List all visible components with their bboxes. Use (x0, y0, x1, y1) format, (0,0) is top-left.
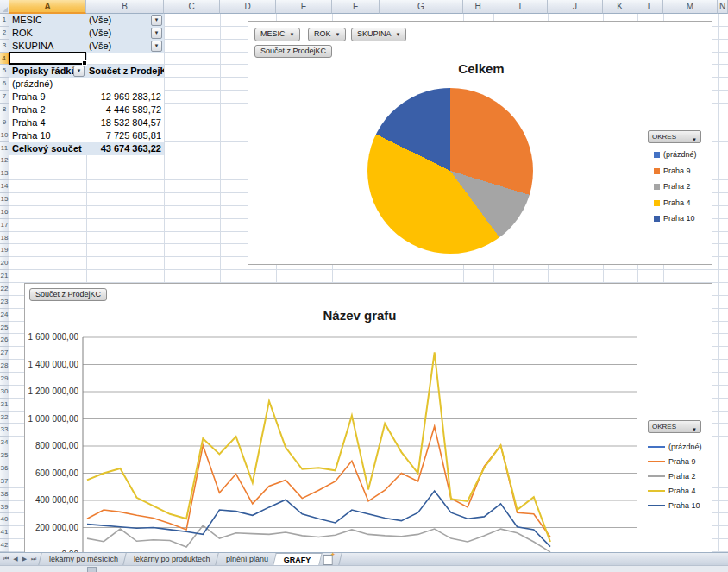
row-header-23[interactable]: 23 (0, 296, 9, 309)
pivot-row-label[interactable]: (prázdné) (9, 78, 86, 91)
row-header-16[interactable]: 16 (0, 206, 9, 219)
column-header-F[interactable]: F (332, 0, 380, 14)
row-header-21[interactable]: 21 (0, 270, 9, 283)
pie-chart-object[interactable]: Součet z ProdejKC Celkem OKRES▼ MESIC▼RO… (248, 21, 712, 265)
pivot-total-value[interactable]: 43 674 363,22 (86, 142, 164, 155)
pie[interactable] (367, 88, 533, 254)
row-header-27[interactable]: 27 (0, 347, 9, 360)
row-header-24[interactable]: 24 (0, 309, 9, 322)
row-header-32[interactable]: 32 (0, 412, 9, 424)
row-header-15[interactable]: 15 (0, 193, 9, 206)
row-header-33[interactable]: 33 (0, 424, 9, 437)
legend-field-button[interactable]: OKRES▼ (648, 130, 701, 143)
column-header-L[interactable]: L (637, 0, 663, 14)
pivot-row-label[interactable]: Praha 2 (9, 104, 86, 116)
row-header-20[interactable]: 20 (0, 257, 9, 270)
pivot-filter-label[interactable]: ROK (9, 27, 86, 40)
row-header-19[interactable]: 19 (0, 244, 9, 257)
row-header-2[interactable]: 2 (0, 27, 9, 40)
row-header-30[interactable]: 30 (0, 386, 9, 399)
series-Praha 4[interactable] (87, 352, 550, 542)
row-header-31[interactable]: 31 (0, 399, 9, 412)
column-header-H[interactable]: H (463, 0, 493, 14)
row-header-38[interactable]: 38 (0, 488, 9, 501)
pivotchart-filter-button[interactable]: ROK▼ (308, 28, 346, 41)
column-header-J[interactable]: J (548, 0, 603, 14)
row-header-40[interactable]: 40 (0, 513, 9, 526)
row-header-6[interactable]: 6 (0, 78, 9, 91)
column-header-C[interactable]: C (164, 0, 220, 14)
column-header-D[interactable]: D (220, 0, 276, 14)
selected-cell[interactable] (9, 52, 86, 66)
pivot-filter-label[interactable]: SKUPINA (9, 40, 86, 53)
row-header-11[interactable]: 11 (0, 142, 9, 155)
column-header-K[interactable]: K (603, 0, 637, 14)
row-header-41[interactable]: 41 (0, 526, 9, 539)
row-header-37[interactable]: 37 (0, 475, 9, 488)
sheet-tab-plnění-plánu[interactable]: plnění plánu (215, 553, 279, 565)
row-header-26[interactable]: 26 (0, 334, 9, 347)
pivot-row-value[interactable]: 4 446 589,72 (86, 104, 164, 116)
pivotchart-filter-button[interactable]: SKUPINA▼ (351, 28, 406, 41)
row-header-5[interactable]: 5 (0, 65, 9, 78)
series-Praha 9[interactable] (87, 426, 550, 537)
column-header-B[interactable]: B (86, 0, 164, 14)
row-header-13[interactable]: 13 (0, 167, 9, 180)
rows-header-dropdown-icon[interactable]: ▼ (73, 66, 85, 77)
row-header-22[interactable]: 22 (0, 283, 9, 296)
pivot-filter-label[interactable]: MESIC (9, 14, 86, 27)
pivot-row-value[interactable]: 18 532 804,57 (86, 116, 164, 129)
row-header-39[interactable]: 39 (0, 501, 9, 514)
row-header-34[interactable]: 34 (0, 437, 9, 449)
next-sheet-button[interactable]: ▶ (22, 556, 27, 563)
sheet-tab-lékárny-po-produktech[interactable]: lékárny po produktech (123, 553, 222, 565)
row-header-12[interactable]: 12 (0, 154, 9, 167)
fill-handle[interactable] (82, 60, 87, 66)
filter-dropdown-icon[interactable]: ▼ (151, 28, 162, 39)
pivot-row-value[interactable]: 12 969 283,12 (86, 91, 164, 104)
sheet-tab-lékárny-po-měsících[interactable]: lékárny po měsících (39, 553, 130, 565)
pivot-row-label[interactable]: Praha 9 (9, 91, 86, 104)
pivot-row-value[interactable] (86, 78, 164, 91)
select-all-corner[interactable] (0, 0, 9, 14)
column-header-I[interactable]: I (493, 0, 548, 14)
column-header-M[interactable]: M (663, 0, 718, 14)
value-field-button[interactable]: Součet z ProdejKC (29, 288, 107, 301)
last-sheet-button[interactable]: ⏭ (31, 556, 36, 563)
row-header-14[interactable]: 14 (0, 180, 9, 193)
row-header-3[interactable]: 3 (0, 40, 9, 53)
row-header-1[interactable]: 1 (0, 14, 9, 27)
row-header-9[interactable]: 9 (0, 116, 9, 129)
row-header-42[interactable]: 42 (0, 539, 9, 552)
filter-dropdown-icon[interactable]: ▼ (151, 15, 162, 26)
sheet-tab-grafy[interactable]: GRAFY (273, 553, 322, 565)
filter-dropdown-icon[interactable]: ▼ (151, 41, 162, 52)
pie-chart-title[interactable]: Celkem (343, 61, 619, 76)
pivot-row-label[interactable]: Praha 10 (9, 129, 86, 142)
legend-field-button[interactable]: OKRES▼ (648, 420, 701, 433)
row-header-25[interactable]: 25 (0, 322, 9, 335)
previous-sheet-button[interactable]: ◀ (13, 556, 17, 563)
column-header-A[interactable]: A (9, 0, 86, 14)
line-chart-title[interactable]: Název grafu (83, 308, 637, 323)
row-header-8[interactable]: 8 (0, 104, 9, 116)
row-header-36[interactable]: 36 (0, 462, 9, 475)
row-header-29[interactable]: 29 (0, 373, 9, 386)
first-sheet-button[interactable]: ⏮ (3, 556, 9, 563)
column-header-E[interactable]: E (276, 0, 332, 14)
row-header-28[interactable]: 28 (0, 360, 9, 373)
pivot-values-header[interactable]: Součet z ProdejKC (86, 65, 164, 78)
series-Praha 2[interactable] (87, 525, 550, 552)
column-header-N[interactable]: N (718, 0, 728, 14)
value-field-button[interactable]: Součet z ProdejKC (254, 45, 332, 58)
row-header-18[interactable]: 18 (0, 232, 9, 245)
pivot-row-value[interactable]: 7 725 685,81 (86, 129, 164, 142)
row-header-10[interactable]: 10 (0, 129, 9, 142)
line-chart-object[interactable]: Součet z ProdejKC Název grafu OKRES▼ 1 6… (24, 283, 712, 572)
row-header-17[interactable]: 17 (0, 219, 9, 232)
pivotchart-filter-button[interactable]: MESIC▼ (254, 28, 300, 41)
column-header-G[interactable]: G (380, 0, 463, 14)
pivot-row-label[interactable]: Praha 4 (9, 116, 86, 129)
row-header-35[interactable]: 35 (0, 449, 9, 462)
pivot-total-label[interactable]: Celkový součet (9, 142, 86, 155)
